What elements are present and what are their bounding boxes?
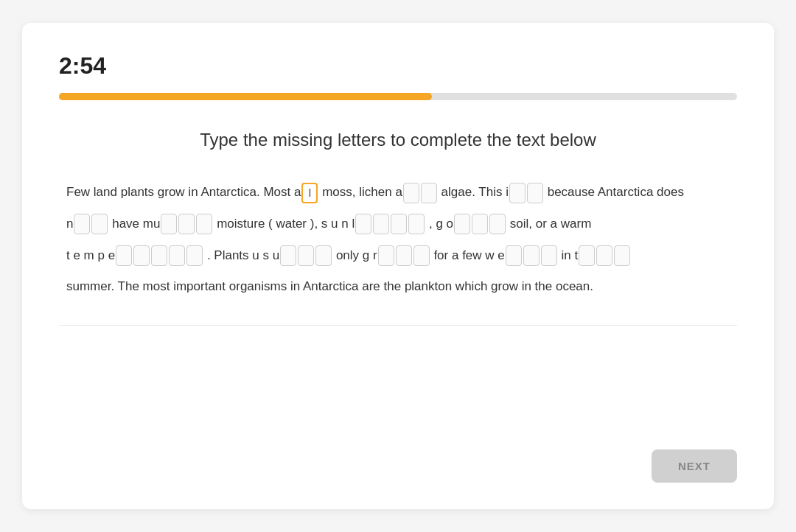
input-box[interactable] xyxy=(298,245,314,266)
input-box[interactable] xyxy=(355,214,371,234)
input-box[interactable] xyxy=(391,214,407,234)
main-card: 2:54 Type the missing letters to complet… xyxy=(22,23,774,509)
input-box[interactable] xyxy=(315,245,332,266)
text-segment-7: , xyxy=(429,217,436,231)
input-box[interactable] xyxy=(472,214,488,234)
input-box[interactable] xyxy=(116,245,132,266)
fill-in-text: Few land plants grow in Antarctica. Most… xyxy=(59,177,737,303)
word-go: g o xyxy=(436,209,506,240)
text-segment-8: soil, or a warm xyxy=(510,217,592,231)
word-sunl: s u n l xyxy=(321,209,425,240)
input-box[interactable] xyxy=(523,245,540,266)
input-box[interactable] xyxy=(178,214,195,234)
input-box[interactable] xyxy=(161,214,177,234)
input-box[interactable]: l xyxy=(301,183,318,203)
input-box[interactable] xyxy=(527,183,543,203)
text-segment-11: for a few xyxy=(433,248,485,262)
text-segment-2: moss, lichen xyxy=(322,185,395,199)
text-segment-6: moisture ( water ), xyxy=(217,217,321,231)
input-box[interactable] xyxy=(541,245,557,266)
word-usu: u s u xyxy=(252,240,332,272)
text-segment-13: summer. The most important organisms in … xyxy=(66,279,593,293)
input-box[interactable] xyxy=(151,245,167,266)
text-segment-4: because Antarctica does xyxy=(548,185,684,199)
text-segment-9: . Plants xyxy=(207,248,252,262)
input-box[interactable] xyxy=(186,245,203,266)
input-box[interactable] xyxy=(378,245,394,266)
input-box[interactable] xyxy=(506,245,522,266)
input-box[interactable] xyxy=(169,245,185,266)
input-box[interactable] xyxy=(614,245,630,266)
progress-bar-background xyxy=(59,93,737,100)
word-t: t xyxy=(574,240,631,272)
input-box[interactable] xyxy=(489,214,506,234)
input-box[interactable] xyxy=(454,214,470,234)
text-segment-10: only xyxy=(336,248,363,262)
input-box[interactable] xyxy=(421,183,437,203)
text-segment-3: algae. This xyxy=(441,185,506,199)
word-i: i xyxy=(506,177,544,209)
input-box[interactable] xyxy=(74,214,90,234)
next-button[interactable]: NEXT xyxy=(652,449,737,483)
divider xyxy=(59,325,737,326)
input-box[interactable] xyxy=(280,245,296,266)
input-box[interactable] xyxy=(396,245,412,266)
input-box[interactable] xyxy=(579,245,595,266)
word-n: n xyxy=(66,209,108,240)
word-gr: g r xyxy=(363,240,430,272)
word-a2: a xyxy=(395,177,437,209)
word-we: w e xyxy=(485,240,557,272)
input-box[interactable] xyxy=(196,214,212,234)
instruction-text: Type the missing letters to complete the… xyxy=(59,130,737,150)
input-box[interactable] xyxy=(373,214,389,234)
timer-display: 2:54 xyxy=(59,52,737,80)
word-mu: mu xyxy=(143,209,214,240)
input-box[interactable] xyxy=(413,245,430,266)
input-box[interactable] xyxy=(509,183,526,203)
input-box[interactable] xyxy=(133,245,150,266)
word-tempe: t e m p e xyxy=(66,240,203,272)
input-box[interactable] xyxy=(408,214,425,234)
input-box[interactable] xyxy=(596,245,612,266)
text-segment-12: in xyxy=(562,248,575,262)
input-box[interactable] xyxy=(91,214,108,234)
progress-bar-fill xyxy=(59,93,432,100)
text-segment-5: have xyxy=(112,217,143,231)
input-box[interactable] xyxy=(403,183,419,203)
word-al: a l xyxy=(294,177,318,209)
text-segment-1: Few land plants grow in Antarctica. Most xyxy=(66,185,294,199)
